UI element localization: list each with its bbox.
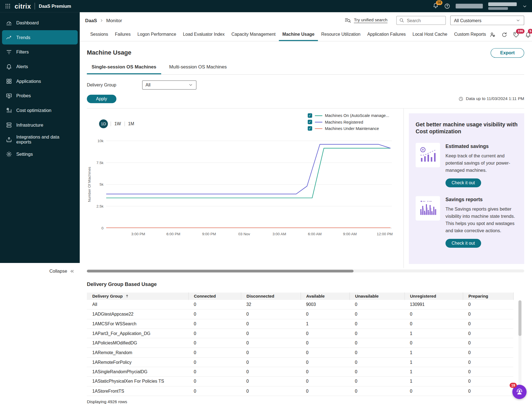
legend-checkbox[interactable]: ✓ (308, 126, 312, 131)
clock-icon (458, 96, 463, 101)
table-row[interactable]: 1ARemote_Random000010 (87, 348, 513, 357)
cell-unavailable: 0 (349, 386, 404, 396)
cell-connected: 0 (188, 357, 241, 367)
assistant-fab-button[interactable]: 19 (512, 385, 526, 399)
column-header-available[interactable]: Available (301, 292, 349, 300)
tab-sessions[interactable]: Sessions (87, 29, 111, 41)
user-search-button[interactable] (489, 32, 496, 38)
promo-card-heading: Estimated savings (446, 144, 522, 149)
sort-ascending-icon (125, 294, 129, 298)
cell-unavailable: 0 (349, 319, 404, 329)
promo-card-body: The Savings reports gives better visibil… (446, 206, 522, 234)
range-button-1m[interactable]: 1M (125, 121, 138, 126)
table-row[interactable]: 1AStoreFrontTS000000 (87, 386, 513, 396)
table-row[interactable]: 1ADGtestAppcase22000000 (87, 309, 513, 319)
filter-area: Delivery Group All Apply Data up to 11/0… (80, 75, 532, 108)
column-header-unavailable[interactable]: Unavailable (349, 292, 404, 300)
delivery-group-select[interactable]: All (142, 80, 196, 90)
table-row[interactable]: 1APoliciesMOdifiedDG000000 (87, 338, 513, 348)
sidebar-item-integrations-and-data-exports[interactable]: Integrations and data exports (2, 132, 78, 147)
column-header-unregistered[interactable]: Unregistered (405, 292, 463, 300)
customer-select[interactable]: All Customers (450, 16, 524, 25)
sidebar-item-filters[interactable]: Filters (2, 45, 78, 59)
sidebar-item-alerts[interactable]: Alerts (2, 59, 78, 73)
breadcrumb-chevron-icon (99, 18, 104, 23)
column-header-label: Delivery Group (92, 294, 123, 298)
sidebar-item-dashboard[interactable]: Dashboard (2, 16, 78, 30)
column-header-disconnected[interactable]: Disconnected (241, 292, 301, 300)
cell-available: 0 (301, 329, 349, 338)
cell-preparing: 0 (463, 367, 513, 377)
table-row[interactable]: All032900301309910 (87, 300, 513, 309)
account-menu-chevron-icon[interactable] (522, 4, 527, 9)
app-grid-icon[interactable] (5, 3, 11, 9)
horizontal-scrollbar[interactable] (87, 269, 524, 272)
delivery-group-table: Delivery GroupConnectedDisconnectedAvail… (87, 292, 513, 396)
table-row[interactable]: 1ASingleRandomPhycialDG000010 (87, 367, 513, 377)
help-icon[interactable] (444, 3, 450, 9)
cell-preparing: 0 (463, 329, 513, 338)
sidebar-item-infrastructure[interactable]: Infrastructure (2, 118, 78, 132)
cell-unavailable: 0 (349, 348, 404, 357)
unified-search-icon (344, 17, 351, 24)
tab-load-evaluator-index[interactable]: Load Evaluator Index (180, 29, 228, 41)
legend-checkbox[interactable]: ✓ (308, 113, 312, 118)
refresh-button[interactable] (501, 32, 508, 38)
sidebar-collapse-button[interactable]: Collapse (0, 269, 80, 274)
sidebar-item-applications[interactable]: Applications (2, 74, 78, 88)
main-content: DaaS Monitor Try unified search All Cust… (80, 12, 532, 404)
cell-preparing: 0 (463, 300, 513, 309)
export-button[interactable]: Export (491, 48, 524, 57)
check-it-out-button-1[interactable]: Check it out (446, 178, 481, 187)
table-row[interactable]: 1AMCSFor WSSearch001000 (87, 319, 513, 329)
table-row[interactable]: 1AStaticPhysicalXen For Policies TS00001… (87, 377, 513, 386)
column-header-connected[interactable]: Connected (188, 292, 241, 300)
tab-actions: 196 5 (489, 29, 531, 41)
table-title: Delivery Group Based Usage (87, 281, 524, 287)
cell-disconnected: 0 (241, 309, 301, 319)
page-header-row: DaaS Monitor Try unified search All Cust… (80, 12, 532, 29)
savings-icon (416, 143, 440, 167)
tab-local-host-cache[interactable]: Local Host Cache (409, 29, 451, 41)
tab-machine-usage[interactable]: Machine Usage (279, 29, 318, 41)
notifications-button[interactable]: 58 (433, 2, 439, 10)
tab-resource-utilization[interactable]: Resource Utilization (318, 29, 364, 41)
svg-text:3:00 AM: 3:00 AM (272, 232, 286, 236)
cell-unavailable: 0 (349, 357, 404, 367)
data-freshness: Data up to 11/03/2024 1:11 PM (458, 96, 524, 101)
legend-checkbox[interactable]: ✓ (308, 120, 312, 124)
range-button-1w[interactable]: 1W (111, 121, 124, 126)
tab-capacity-management[interactable]: Capacity Management (228, 29, 279, 41)
column-header-preparing[interactable]: Preparing (463, 292, 513, 300)
cell-delivery-group: 1ADGtestAppcase22 (87, 309, 188, 319)
tab-logon-performance[interactable]: Logon Performance (134, 29, 180, 41)
svg-text:6:00 AM: 6:00 AM (308, 232, 321, 236)
horizontal-scrollbar-thumb[interactable] (87, 270, 354, 272)
range-button-1d[interactable]: 1D (99, 119, 108, 128)
cell-available: 9003 (301, 300, 349, 309)
unified-search-link[interactable]: Try unified search (344, 17, 387, 24)
tab-failures[interactable]: Failures (112, 29, 134, 41)
check-it-out-button-2[interactable]: Check it out (446, 239, 481, 248)
tab-application-failures[interactable]: Application Failures (364, 29, 409, 41)
apply-button[interactable]: Apply (87, 94, 116, 103)
column-header-delivery-group[interactable]: Delivery Group (87, 292, 188, 300)
tab-custom-reports[interactable]: Custom Reports (451, 29, 489, 41)
cell-connected: 0 (188, 348, 241, 357)
sidebar-nav: DashboardTrendsFiltersAlertsApplications… (0, 12, 80, 263)
tags-button[interactable]: 196 (513, 32, 520, 38)
alarms-button[interactable]: 5 (525, 32, 531, 38)
breadcrumb-daas[interactable]: DaaS (85, 18, 97, 23)
sidebar-item-cost-optimization[interactable]: Cost optimization (2, 103, 78, 117)
subtab-single-session-os-machines[interactable]: Single-session OS Machines (87, 61, 161, 74)
table-row[interactable]: 1APart3_For_Application_DG000010 (87, 329, 513, 338)
table-vertical-scrollbar[interactable] (518, 300, 521, 396)
subtab-multi-session-os-machines[interactable]: Multi-session OS Machines (164, 61, 231, 74)
table-scrollbar-thumb[interactable] (518, 300, 521, 336)
sidebar-item-probes[interactable]: Probes (2, 89, 78, 103)
cell-preparing: 0 (463, 338, 513, 348)
table-row[interactable]: 1ARemoteForPolicy000010 (87, 357, 513, 367)
cell-available: 0 (301, 386, 349, 396)
sidebar-item-trends[interactable]: Trends (2, 30, 78, 44)
sidebar-item-settings[interactable]: Settings (2, 147, 78, 161)
